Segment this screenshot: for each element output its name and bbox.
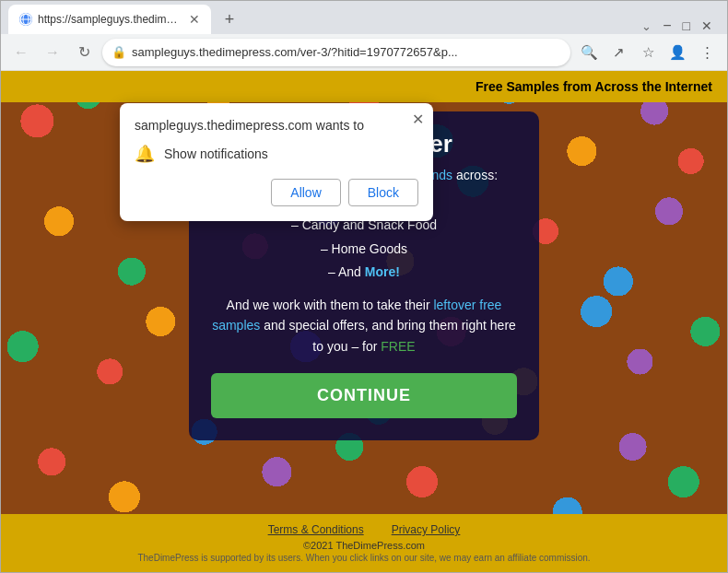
popup-notification-label: Show notifications <box>164 146 268 161</box>
popup-buttons: Allow Block <box>135 179 418 206</box>
block-button[interactable]: Block <box>348 179 418 206</box>
header-banner-text: Free Samples from Across the Internet <box>476 79 712 94</box>
card-desc-link2: FREE <box>381 339 415 354</box>
tab-bar: https://sampleguys.thedimepress ✕ + ⌄ − … <box>1 1 727 34</box>
page-footer: Terms & Conditions Privacy Policy ©2021 … <box>1 514 727 572</box>
back-button[interactable]: ← <box>8 40 34 65</box>
tab-favicon <box>19 13 32 26</box>
card-desc-part1: And we work with them to take their <box>227 298 434 312</box>
notification-popup: ✕ sampleguys.thedimepress.com wants to 🔔… <box>120 103 433 221</box>
browser-window: https://sampleguys.thedimepress ✕ + ⌄ − … <box>0 0 728 573</box>
close-button[interactable]: ✕ <box>701 18 712 33</box>
footer-disclaimer: TheDimePress is supported by its users. … <box>10 553 718 563</box>
share-icon[interactable]: ↗ <box>605 40 631 65</box>
toolbar-icons: 🔍 ↗ ☆ 👤 ⋮ <box>576 40 720 65</box>
minimize-button[interactable]: − <box>663 18 671 34</box>
allow-button[interactable]: Allow <box>271 179 340 206</box>
privacy-link[interactable]: Privacy Policy <box>392 523 461 536</box>
tab-close-button[interactable]: ✕ <box>189 12 200 27</box>
maximize-button[interactable]: □ <box>683 18 690 33</box>
popup-close-button[interactable]: ✕ <box>412 111 424 128</box>
address-container: 🔒 <box>102 39 570 66</box>
continue-button[interactable]: CONTINUE <box>211 373 517 418</box>
menu-icon[interactable]: ⋮ <box>694 40 720 65</box>
terms-link[interactable]: Terms & Conditions <box>268 523 364 536</box>
refresh-button[interactable]: ↻ <box>71 40 97 65</box>
footer-links: Terms & Conditions Privacy Policy <box>10 523 718 536</box>
list-item: – And More! <box>211 261 517 284</box>
address-input[interactable] <box>102 39 570 66</box>
address-bar-row: ← → ↻ 🔒 🔍 ↗ ☆ 👤 ⋮ <box>1 34 727 71</box>
card-description: And we work with them to take their left… <box>211 295 517 357</box>
window-controls: ⌄ − □ ✕ <box>641 18 720 34</box>
popup-notification-row: 🔔 Show notifications <box>135 144 418 164</box>
active-tab[interactable]: https://sampleguys.thedimepress ✕ <box>8 5 211 34</box>
card-subtitle-end: across: <box>452 168 498 182</box>
chevron-down-icon: ⌄ <box>641 19 652 33</box>
bookmark-icon[interactable]: ☆ <box>635 40 661 65</box>
profile-icon[interactable]: 👤 <box>664 40 690 65</box>
new-tab-button[interactable]: + <box>215 5 244 34</box>
bell-icon: 🔔 <box>135 144 155 164</box>
forward-button[interactable]: → <box>40 40 65 65</box>
lock-icon: 🔒 <box>112 45 126 59</box>
tab-title: https://sampleguys.thedimepress <box>38 13 183 26</box>
header-banner: Free Samples from Across the Internet <box>1 71 727 102</box>
footer-copyright: ©2021 TheDimePress.com <box>10 540 718 551</box>
search-icon[interactable]: 🔍 <box>576 40 602 65</box>
popup-title: sampleguys.thedimepress.com wants to <box>135 118 418 133</box>
list-item: – Home Goods <box>211 238 517 261</box>
